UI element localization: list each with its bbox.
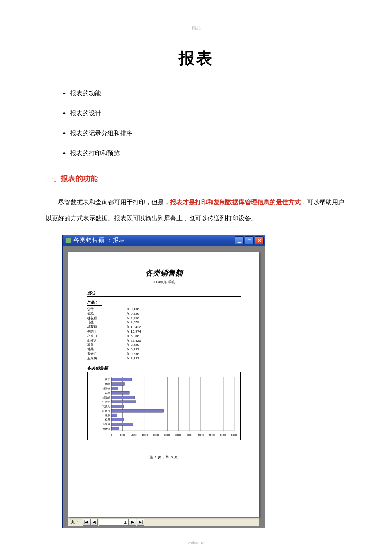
- close-button[interactable]: ✕: [255, 236, 264, 244]
- svg-rect-43: [112, 418, 124, 421]
- next-page-button[interactable]: ▶: [129, 519, 136, 526]
- product-name: 花生: [87, 320, 127, 325]
- svg-text:10000: 10000: [131, 434, 137, 436]
- data-row: 棉花糖￥ 10,432: [87, 325, 241, 330]
- data-row: 薯条￥ 2,528: [87, 343, 241, 347]
- svg-text:棉花糖: 棉花糖: [102, 396, 110, 399]
- product-value: ￥ 8,079: [127, 320, 139, 325]
- footer-watermark: welcome: [188, 540, 204, 545]
- nav-label: 页：: [70, 518, 80, 526]
- product-value: ￥ 10,432: [127, 325, 141, 330]
- product-value: ￥ 2,758: [127, 316, 139, 321]
- product-name: 薯条: [87, 343, 127, 347]
- svg-text:20000: 20000: [153, 434, 159, 436]
- svg-text:蛋糕: 蛋糕: [105, 383, 110, 385]
- data-row: 玉米片￥ 9,636: [87, 352, 241, 357]
- last-page-button[interactable]: ▶|: [137, 519, 144, 526]
- window-title: 各类销售额 ：报表: [73, 237, 235, 244]
- product-name: 玉米片: [87, 352, 127, 357]
- report-icon: [65, 237, 71, 243]
- bar-chart: 0500010000150002000025000300003500040000…: [91, 376, 237, 437]
- svg-text:30000: 30000: [175, 434, 182, 436]
- svg-text:糖果: 糖果: [105, 418, 110, 421]
- page-title: 报表: [33, 48, 359, 69]
- svg-text:50000: 50000: [220, 434, 226, 436]
- minimize-button[interactable]: ＿: [235, 236, 244, 244]
- maximize-button[interactable]: □: [245, 236, 254, 244]
- window-client-area: 各类销售额 2004年第3季度 点心 产品： 饼干￥ 9,136蛋糕￥ 5,92…: [63, 246, 265, 528]
- column-header: 产品：: [87, 300, 102, 306]
- product-value: ￥ 3,382: [127, 357, 139, 361]
- svg-rect-27: [112, 382, 125, 385]
- svg-rect-45: [112, 423, 133, 425]
- product-value: ￥ 23,420: [127, 339, 141, 343]
- svg-text:花生: 花生: [105, 391, 110, 394]
- product-name: 桂花糕: [87, 316, 127, 321]
- svg-rect-39: [112, 409, 164, 412]
- toc-item: 报表的设计: [62, 103, 359, 123]
- svg-text:巧克力: 巧克力: [102, 405, 110, 408]
- data-row: 牛肉干￥ 10,974: [87, 330, 241, 334]
- toc-item: 报表的记录分组和排序: [62, 123, 359, 143]
- toc-item: 报表的打印和预览: [62, 143, 359, 163]
- svg-text:55000: 55000: [231, 434, 237, 436]
- product-value: ￥ 10,974: [127, 330, 141, 334]
- data-row: 桂花糕￥ 2,758: [87, 316, 241, 321]
- data-row: 巧克力￥ 5,386: [87, 334, 241, 339]
- product-name: 饼干: [87, 307, 127, 312]
- product-name: 糖果: [87, 347, 127, 352]
- category-label: 点心: [87, 290, 241, 297]
- data-row: 山楂片￥ 23,420: [87, 339, 241, 343]
- chart-container: 0500010000150002000025000300003500040000…: [87, 372, 241, 440]
- para-emphasis: 报表才是打印和复制数据库管理信息的最佳方式: [170, 198, 301, 205]
- svg-text:玉米饼: 玉米饼: [102, 428, 110, 430]
- svg-rect-33: [112, 396, 135, 399]
- body-paragraph: 尽管数据表和查询都可用于打印，但是，报表才是打印和复制数据库管理信息的最佳方式，…: [46, 194, 346, 226]
- data-row: 饼干￥ 9,136: [87, 307, 241, 312]
- svg-rect-47: [112, 427, 119, 430]
- product-name: 玉米饼: [87, 357, 127, 361]
- product-name: 牛肉干: [87, 330, 127, 334]
- product-value: ￥ 2,528: [127, 343, 139, 347]
- product-value: ￥ 5,387: [127, 347, 139, 352]
- report-title: 各类销售额: [87, 268, 241, 278]
- svg-text:25000: 25000: [164, 434, 170, 436]
- report-subtitle: 2004年第3季度: [87, 280, 241, 284]
- report-page: 各类销售额 2004年第3季度 点心 产品： 饼干￥ 9,136蛋糕￥ 5,92…: [68, 252, 259, 517]
- data-table: 饼干￥ 9,136蛋糕￥ 5,926桂花糕￥ 2,758花生￥ 8,079棉花糖…: [87, 307, 241, 361]
- svg-rect-31: [112, 391, 129, 394]
- product-value: ￥ 5,386: [127, 334, 139, 339]
- svg-rect-35: [112, 400, 136, 403]
- prev-page-button[interactable]: ◀: [90, 519, 98, 526]
- svg-text:山楂片: 山楂片: [102, 410, 110, 412]
- window-titlebar[interactable]: 各类销售额 ：报表 ＿ □ ✕: [63, 235, 265, 246]
- svg-text:玉米片: 玉米片: [102, 423, 110, 425]
- chart-heading: 各类销售额: [87, 365, 241, 371]
- data-row: 玉米饼￥ 3,382: [87, 357, 241, 361]
- product-name: 山楂片: [87, 339, 127, 343]
- svg-rect-41: [112, 414, 117, 417]
- data-row: 蛋糕￥ 5,926: [87, 312, 241, 316]
- toc-list: 报表的功能 报表的设计 报表的记录分组和排序 报表的打印和预览: [33, 83, 359, 163]
- page-number-field[interactable]: [99, 519, 129, 526]
- svg-text:35000: 35000: [187, 434, 193, 436]
- product-name: 巧克力: [87, 334, 127, 339]
- product-name: 蛋糕: [87, 312, 127, 316]
- svg-text:薯条: 薯条: [105, 414, 110, 416]
- product-value: ￥ 9,636: [127, 352, 139, 357]
- record-navigator: 页： |◀ ◀ ▶ ▶|: [68, 517, 259, 526]
- svg-text:桂花糕: 桂花糕: [102, 387, 110, 390]
- first-page-button[interactable]: |◀: [83, 519, 90, 526]
- section-heading: 一、报表的功能: [46, 174, 359, 183]
- product-value: ￥ 5,926: [127, 312, 139, 316]
- para-lead: 尽管数据表和查询都可用于打印，但是，: [58, 198, 170, 205]
- product-name: 棉花糖: [87, 325, 127, 330]
- header-watermark: 精品: [192, 25, 201, 31]
- svg-rect-29: [112, 387, 118, 390]
- page-number: 第 1 页，共 5 页: [87, 455, 241, 460]
- svg-text:45000: 45000: [209, 434, 215, 436]
- report-preview-window: 各类销售额 ：报表 ＿ □ ✕ 各类销售额 2004年第3季度 点心 产品： 饼…: [62, 235, 265, 528]
- toc-item: 报表的功能: [62, 83, 359, 103]
- product-value: ￥ 9,136: [127, 307, 139, 312]
- data-row: 糖果￥ 5,387: [87, 347, 241, 352]
